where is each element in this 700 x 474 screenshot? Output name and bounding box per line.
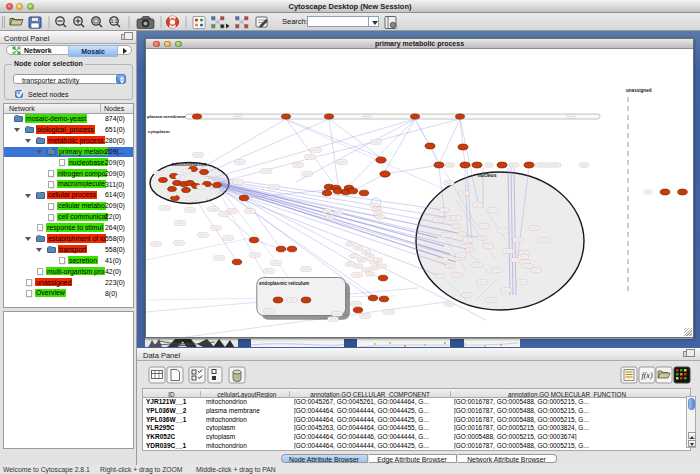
svg-text:nucleus: nucleus [478, 172, 497, 178]
svg-text:1:1: 1:1 [111, 19, 118, 24]
svg-text:endoplasmic reticulum: endoplasmic reticulum [259, 281, 309, 286]
svg-text:f(x): f(x) [641, 371, 652, 380]
svg-text:unassigned: unassigned [626, 88, 652, 93]
svg-text:mitochondrion: mitochondrion [172, 161, 207, 167]
svg-text:cytoplasm: cytoplasm [148, 129, 170, 134]
svg-text:plasma membrane: plasma membrane [147, 114, 186, 119]
